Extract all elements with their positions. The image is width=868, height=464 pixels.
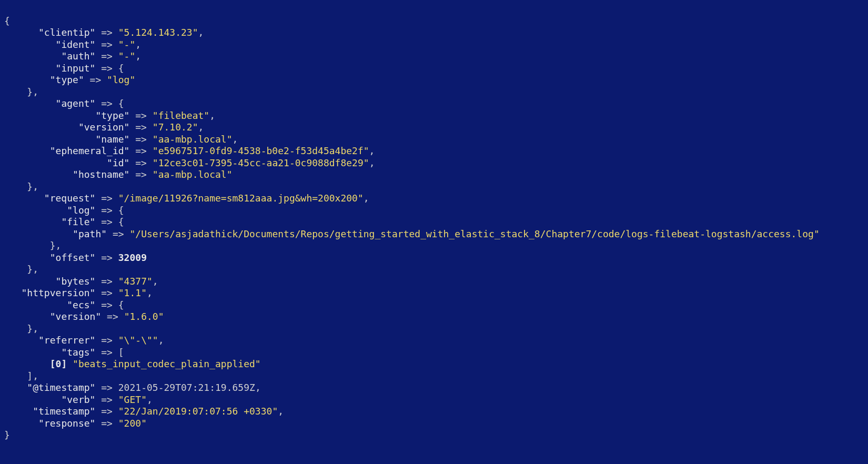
value-httpversion: "1.1" [118,287,147,298]
key-bytes: "bytes" [56,276,96,287]
arrow: => [101,406,113,417]
arrow: => [135,157,147,168]
comma: , [33,264,38,275]
arrow: => [90,74,102,85]
value-log-offset: 32009 [118,252,147,263]
brace: } [27,86,33,97]
comma: , [209,110,215,121]
key-verb: "verb" [61,394,95,405]
brace: { [118,98,124,109]
value-agent-hostname: "aa-mbp.local" [153,169,233,180]
key-httpversion: "httpversion" [22,287,96,298]
value-input-type: "log" [107,74,135,85]
arrow: => [101,299,113,310]
arrow: => [113,228,124,239]
arrow: => [107,311,118,322]
value-timestamp: "22/Jan/2019:07:07:56 +0330" [118,406,278,417]
key-ident: "ident" [56,39,96,50]
arrow: => [101,418,113,429]
value-verb: "GET" [118,394,147,405]
value-ecs-version: "1.6.0" [124,311,164,322]
key-file: "file" [61,216,95,227]
key-ephemeral-id: "ephemeral_id" [50,145,130,156]
key-type: "type" [95,110,129,121]
comma: , [278,406,284,417]
arrow: => [101,27,113,38]
value-referrer: "\"-\"" [118,335,158,346]
value-at-timestamp: 2021-05-29T07:21:19.659Z [118,382,255,393]
value-response: "200" [118,418,147,429]
value-tags-0: "beats_input_codec_plain_applied" [73,358,261,369]
arrow: => [135,134,147,145]
comma: , [369,145,375,156]
brace: { [118,216,124,227]
value-log-file-path: "/Users/asjadathick/Documents/Repos/gett… [129,228,819,239]
value-request: "/image/11926?name=sm812aaa.jpg&wh=200x2… [118,193,364,204]
key-hostname: "hostname" [73,169,129,180]
comma: , [198,122,204,133]
arrow: => [135,110,147,121]
value-bytes: "4377" [118,276,153,287]
comma: , [147,394,153,405]
comma: , [364,193,369,204]
key-at-timestamp: "@timestamp" [27,382,95,393]
brace: { [118,205,124,216]
arrow: => [101,205,113,216]
key-version: "version" [50,311,102,322]
arrow: => [101,276,113,287]
comma: , [33,86,38,97]
arrow: => [101,193,113,204]
code-block: { "clientip" => "5.124.143.23", "ident" … [0,0,868,447]
key-name: "name" [95,134,129,145]
arrow: => [101,51,113,62]
arrow: => [101,347,113,358]
key-response: "response" [38,418,95,429]
tags-index: [0] [50,358,67,369]
key-type: "type" [50,74,84,85]
key-path: "path" [73,228,107,239]
key-referrer: "referrer" [38,335,95,346]
comma: , [135,51,141,62]
arrow: => [101,252,113,263]
arrow: => [101,382,113,393]
value-agent-id: "12ce3c01-7395-45cc-aa21-0c9088df8e29" [153,157,369,168]
key-timestamp: "timestamp" [33,406,95,417]
arrow: => [135,145,147,156]
arrow: => [135,122,147,133]
comma: , [158,335,164,346]
arrow: => [101,335,113,346]
brace: } [50,240,56,251]
brace: { [4,15,10,26]
key-version: "version" [78,122,130,133]
comma: , [255,382,261,393]
key-id: "id" [107,157,129,168]
key-request: "request" [44,193,96,204]
arrow: => [101,98,113,109]
brace: } [27,323,33,334]
key-offset: "offset" [50,252,96,263]
key-auth: "auth" [61,51,95,62]
key-tags: "tags" [61,347,95,358]
brace: { [118,63,124,74]
value-agent-type: "filebeat" [153,110,209,121]
arrow: => [101,216,113,227]
brace: } [4,429,10,440]
bracket: [ [118,347,124,358]
key-agent: "agent" [56,98,96,109]
arrow: => [101,394,113,405]
comma: , [33,370,38,381]
arrow: => [101,63,113,74]
comma: , [147,287,153,298]
key-log: "log" [67,205,95,216]
comma: , [33,323,38,334]
brace: } [27,264,33,275]
value-ident: "-" [118,39,136,50]
value-agent-name: "aa-mbp.local" [153,134,233,145]
arrow: => [135,169,147,180]
comma: , [198,27,204,38]
key-clientip: "clientip" [38,27,95,38]
comma: , [233,134,238,145]
comma: , [33,181,38,192]
arrow: => [101,39,113,50]
brace: { [118,299,124,310]
